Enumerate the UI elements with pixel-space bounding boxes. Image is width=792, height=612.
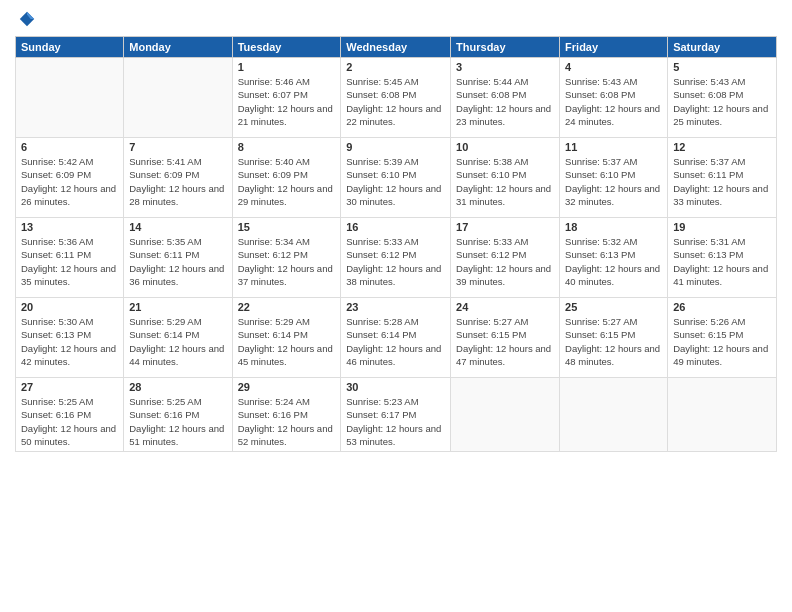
day-info: Sunrise: 5:35 AMSunset: 6:11 PMDaylight:… [129,235,226,288]
calendar-day-cell: 3Sunrise: 5:44 AMSunset: 6:08 PMDaylight… [451,58,560,138]
calendar-day-cell: 5Sunrise: 5:43 AMSunset: 6:08 PMDaylight… [668,58,777,138]
day-number: 20 [21,301,118,313]
day-info: Sunrise: 5:40 AMSunset: 6:09 PMDaylight:… [238,155,336,208]
day-number: 27 [21,381,118,393]
calendar-day-cell: 16Sunrise: 5:33 AMSunset: 6:12 PMDayligh… [341,218,451,298]
day-info: Sunrise: 5:34 AMSunset: 6:12 PMDaylight:… [238,235,336,288]
calendar-day-cell: 22Sunrise: 5:29 AMSunset: 6:14 PMDayligh… [232,298,341,378]
day-number: 25 [565,301,662,313]
day-number: 11 [565,141,662,153]
header [15,10,777,28]
day-info: Sunrise: 5:28 AMSunset: 6:14 PMDaylight:… [346,315,445,368]
calendar-day-cell: 6Sunrise: 5:42 AMSunset: 6:09 PMDaylight… [16,138,124,218]
day-info: Sunrise: 5:27 AMSunset: 6:15 PMDaylight:… [565,315,662,368]
day-number: 2 [346,61,445,73]
day-info: Sunrise: 5:33 AMSunset: 6:12 PMDaylight:… [456,235,554,288]
day-info: Sunrise: 5:27 AMSunset: 6:15 PMDaylight:… [456,315,554,368]
calendar-day-cell: 23Sunrise: 5:28 AMSunset: 6:14 PMDayligh… [341,298,451,378]
calendar-day-cell: 24Sunrise: 5:27 AMSunset: 6:15 PMDayligh… [451,298,560,378]
day-number: 18 [565,221,662,233]
calendar-day-cell: 9Sunrise: 5:39 AMSunset: 6:10 PMDaylight… [341,138,451,218]
calendar-day-cell: 10Sunrise: 5:38 AMSunset: 6:10 PMDayligh… [451,138,560,218]
calendar-table: SundayMondayTuesdayWednesdayThursdayFrid… [15,36,777,452]
day-number: 3 [456,61,554,73]
calendar-day-header: Monday [124,37,232,58]
day-info: Sunrise: 5:46 AMSunset: 6:07 PMDaylight:… [238,75,336,128]
calendar-day-cell: 13Sunrise: 5:36 AMSunset: 6:11 PMDayligh… [16,218,124,298]
day-info: Sunrise: 5:42 AMSunset: 6:09 PMDaylight:… [21,155,118,208]
calendar-day-header: Thursday [451,37,560,58]
calendar-day-header: Sunday [16,37,124,58]
day-number: 24 [456,301,554,313]
day-number: 13 [21,221,118,233]
calendar-week-row: 1Sunrise: 5:46 AMSunset: 6:07 PMDaylight… [16,58,777,138]
day-info: Sunrise: 5:32 AMSunset: 6:13 PMDaylight:… [565,235,662,288]
calendar-day-cell: 7Sunrise: 5:41 AMSunset: 6:09 PMDaylight… [124,138,232,218]
day-info: Sunrise: 5:41 AMSunset: 6:09 PMDaylight:… [129,155,226,208]
calendar-day-cell: 17Sunrise: 5:33 AMSunset: 6:12 PMDayligh… [451,218,560,298]
calendar-day-cell: 4Sunrise: 5:43 AMSunset: 6:08 PMDaylight… [560,58,668,138]
calendar-day-header: Tuesday [232,37,341,58]
day-number: 19 [673,221,771,233]
day-number: 26 [673,301,771,313]
day-info: Sunrise: 5:25 AMSunset: 6:16 PMDaylight:… [21,395,118,448]
logo [15,10,36,28]
day-number: 17 [456,221,554,233]
calendar-day-cell [668,378,777,452]
day-info: Sunrise: 5:37 AMSunset: 6:10 PMDaylight:… [565,155,662,208]
day-number: 16 [346,221,445,233]
calendar-day-cell: 25Sunrise: 5:27 AMSunset: 6:15 PMDayligh… [560,298,668,378]
day-info: Sunrise: 5:43 AMSunset: 6:08 PMDaylight:… [565,75,662,128]
calendar-day-header: Wednesday [341,37,451,58]
calendar-body: 1Sunrise: 5:46 AMSunset: 6:07 PMDaylight… [16,58,777,452]
calendar-day-cell: 11Sunrise: 5:37 AMSunset: 6:10 PMDayligh… [560,138,668,218]
day-info: Sunrise: 5:44 AMSunset: 6:08 PMDaylight:… [456,75,554,128]
calendar-day-cell: 29Sunrise: 5:24 AMSunset: 6:16 PMDayligh… [232,378,341,452]
day-info: Sunrise: 5:24 AMSunset: 6:16 PMDaylight:… [238,395,336,448]
day-number: 5 [673,61,771,73]
calendar-day-cell [560,378,668,452]
calendar-day-cell: 2Sunrise: 5:45 AMSunset: 6:08 PMDaylight… [341,58,451,138]
calendar-day-cell: 1Sunrise: 5:46 AMSunset: 6:07 PMDaylight… [232,58,341,138]
calendar-header-row: SundayMondayTuesdayWednesdayThursdayFrid… [16,37,777,58]
day-info: Sunrise: 5:39 AMSunset: 6:10 PMDaylight:… [346,155,445,208]
day-number: 30 [346,381,445,393]
calendar-day-cell: 21Sunrise: 5:29 AMSunset: 6:14 PMDayligh… [124,298,232,378]
day-number: 8 [238,141,336,153]
day-number: 14 [129,221,226,233]
day-info: Sunrise: 5:26 AMSunset: 6:15 PMDaylight:… [673,315,771,368]
day-number: 4 [565,61,662,73]
day-info: Sunrise: 5:30 AMSunset: 6:13 PMDaylight:… [21,315,118,368]
calendar-day-cell [451,378,560,452]
day-number: 9 [346,141,445,153]
day-info: Sunrise: 5:36 AMSunset: 6:11 PMDaylight:… [21,235,118,288]
day-number: 12 [673,141,771,153]
calendar-day-cell: 26Sunrise: 5:26 AMSunset: 6:15 PMDayligh… [668,298,777,378]
calendar-day-cell: 14Sunrise: 5:35 AMSunset: 6:11 PMDayligh… [124,218,232,298]
day-number: 1 [238,61,336,73]
day-number: 29 [238,381,336,393]
day-number: 28 [129,381,226,393]
calendar-week-row: 20Sunrise: 5:30 AMSunset: 6:13 PMDayligh… [16,298,777,378]
day-info: Sunrise: 5:37 AMSunset: 6:11 PMDaylight:… [673,155,771,208]
day-info: Sunrise: 5:31 AMSunset: 6:13 PMDaylight:… [673,235,771,288]
calendar-week-row: 27Sunrise: 5:25 AMSunset: 6:16 PMDayligh… [16,378,777,452]
calendar-day-cell: 12Sunrise: 5:37 AMSunset: 6:11 PMDayligh… [668,138,777,218]
day-number: 6 [21,141,118,153]
day-number: 22 [238,301,336,313]
calendar-day-cell: 30Sunrise: 5:23 AMSunset: 6:17 PMDayligh… [341,378,451,452]
calendar-day-cell: 18Sunrise: 5:32 AMSunset: 6:13 PMDayligh… [560,218,668,298]
calendar-day-cell: 19Sunrise: 5:31 AMSunset: 6:13 PMDayligh… [668,218,777,298]
calendar-day-cell [16,58,124,138]
day-info: Sunrise: 5:33 AMSunset: 6:12 PMDaylight:… [346,235,445,288]
day-number: 15 [238,221,336,233]
day-info: Sunrise: 5:38 AMSunset: 6:10 PMDaylight:… [456,155,554,208]
calendar-day-header: Friday [560,37,668,58]
calendar-week-row: 6Sunrise: 5:42 AMSunset: 6:09 PMDaylight… [16,138,777,218]
day-number: 23 [346,301,445,313]
day-info: Sunrise: 5:29 AMSunset: 6:14 PMDaylight:… [238,315,336,368]
calendar-day-cell [124,58,232,138]
day-number: 10 [456,141,554,153]
calendar-day-header: Saturday [668,37,777,58]
calendar-day-cell: 15Sunrise: 5:34 AMSunset: 6:12 PMDayligh… [232,218,341,298]
